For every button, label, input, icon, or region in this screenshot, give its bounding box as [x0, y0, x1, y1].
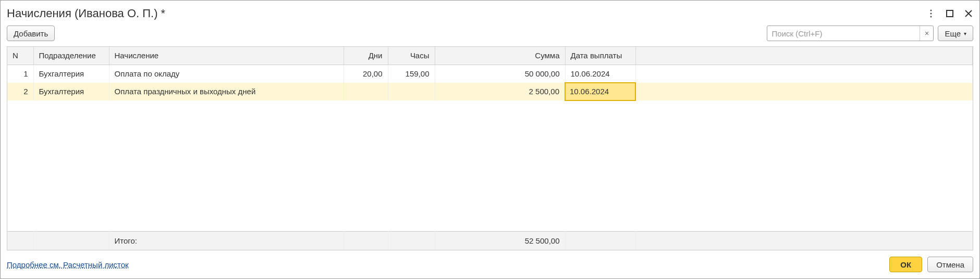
- cell-pay_date[interactable]: 10.06.2024: [565, 65, 635, 83]
- col-header-accrual[interactable]: Начисление: [109, 47, 344, 65]
- cell-hours[interactable]: [388, 83, 435, 100]
- add-button[interactable]: Добавить: [7, 26, 55, 41]
- col-header-paydate[interactable]: Дата выплаты: [565, 47, 635, 65]
- grid: N Подразделение Начисление Дни Часы Сумм…: [7, 46, 973, 250]
- chevron-down-icon: ▾: [964, 31, 966, 36]
- grid-body: 1БухгалтерияОплата по окладу20,00159,005…: [7, 65, 973, 231]
- total-row: Итого: 52 500,00: [7, 231, 973, 250]
- cell-accrual[interactable]: Оплата праздничных и выходных дней: [109, 83, 344, 100]
- svg-point-2: [930, 16, 932, 17]
- cell-hours[interactable]: 159,00: [388, 65, 435, 83]
- cell-days[interactable]: 20,00: [344, 65, 388, 83]
- cell-n[interactable]: 1: [7, 65, 33, 83]
- titlebar-controls: [926, 9, 973, 18]
- cell-empty[interactable]: [635, 65, 973, 83]
- cancel-button[interactable]: Отмена: [927, 257, 973, 272]
- col-header-rest: [635, 47, 973, 65]
- svg-point-0: [930, 9, 932, 11]
- toolbar: Добавить × Еще ▾: [7, 26, 973, 41]
- grid-totals: Итого: 52 500,00: [7, 231, 973, 250]
- table-row[interactable]: 2БухгалтерияОплата праздничных и выходны…: [7, 83, 973, 100]
- window: Начисления (Иванова О. П.) * Добавить × …: [0, 0, 980, 279]
- ok-button[interactable]: ОК: [889, 257, 922, 272]
- svg-rect-3: [947, 10, 953, 17]
- cell-empty[interactable]: [635, 83, 973, 100]
- search-field: ×: [767, 26, 934, 41]
- header-row: N Подразделение Начисление Дни Часы Сумм…: [7, 47, 973, 65]
- col-header-n[interactable]: N: [7, 47, 33, 65]
- toolbar-right: × Еще ▾: [767, 26, 973, 41]
- kebab-menu-icon[interactable]: [926, 9, 936, 18]
- total-label: Итого:: [109, 231, 344, 250]
- more-button-label: Еще: [945, 29, 961, 38]
- table-row[interactable]: 1БухгалтерияОплата по окладу20,00159,005…: [7, 65, 973, 83]
- svg-point-1: [930, 12, 932, 14]
- cell-n[interactable]: 2: [7, 83, 33, 100]
- footer: Подробнее см. Расчетный листок ОК Отмена: [7, 250, 973, 272]
- more-button[interactable]: Еще ▾: [938, 26, 973, 41]
- window-title: Начисления (Иванова О. П.) *: [7, 7, 165, 20]
- col-header-sum[interactable]: Сумма: [435, 47, 565, 65]
- search-input[interactable]: [767, 29, 920, 38]
- total-sum: 52 500,00: [435, 231, 565, 250]
- search-clear-icon[interactable]: ×: [920, 26, 933, 41]
- footer-buttons: ОК Отмена: [889, 257, 973, 272]
- cell-days[interactable]: [344, 83, 388, 100]
- col-header-department[interactable]: Подразделение: [33, 47, 109, 65]
- titlebar: Начисления (Иванова О. П.) *: [7, 5, 973, 26]
- grid-rows: 1БухгалтерияОплата по окладу20,00159,005…: [7, 65, 973, 101]
- cell-pay_date[interactable]: 10.06.2024: [565, 83, 635, 100]
- maximize-icon[interactable]: [945, 9, 954, 18]
- details-link[interactable]: Подробнее см. Расчетный листок: [7, 260, 129, 269]
- cell-sum[interactable]: 50 000,00: [435, 65, 565, 83]
- cell-accrual[interactable]: Оплата по окладу: [109, 65, 344, 83]
- cell-sum[interactable]: 2 500,00: [435, 83, 565, 100]
- col-header-hours[interactable]: Часы: [388, 47, 435, 65]
- cell-department[interactable]: Бухгалтерия: [33, 83, 109, 100]
- grid-header: N Подразделение Начисление Дни Часы Сумм…: [7, 47, 973, 65]
- col-header-days[interactable]: Дни: [344, 47, 388, 65]
- close-icon[interactable]: [964, 9, 973, 18]
- cell-department[interactable]: Бухгалтерия: [33, 65, 109, 83]
